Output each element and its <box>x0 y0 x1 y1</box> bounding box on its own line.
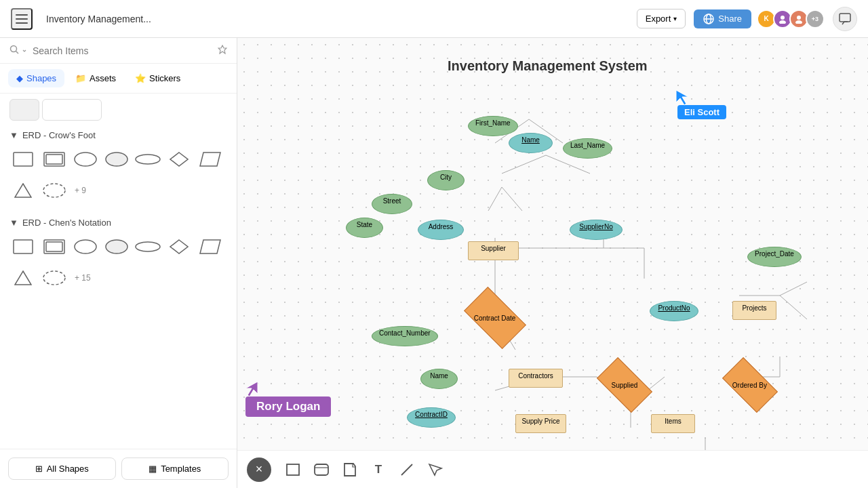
all-shapes-label: All Shapes <box>47 464 89 474</box>
node-city[interactable]: City <box>427 170 465 190</box>
export-button[interactable]: Export ▾ <box>637 9 686 28</box>
tab-shapes-label: Shapes <box>26 73 56 83</box>
menu-button[interactable] <box>11 8 33 30</box>
node-lastname[interactable]: Last_Name <box>563 138 612 159</box>
search-input[interactable] <box>33 45 212 56</box>
node-state[interactable]: State <box>346 218 383 238</box>
topbar: Inventory Management... Export ▾ Share K… <box>0 0 868 38</box>
sidebar: ◆ Shapes 📁 Assets ⭐ Stickers ▼ ERD - Cro… <box>0 38 237 488</box>
shape-dashed-ellipse[interactable] <box>41 177 68 204</box>
shape-ellipse-2[interactable] <box>103 146 130 173</box>
node-projects[interactable]: Projects <box>732 301 776 320</box>
shape-chen-triangle[interactable] <box>9 264 37 291</box>
globe-icon <box>703 14 714 24</box>
svg-rect-13 <box>14 152 33 166</box>
shape-diamond-1[interactable] <box>165 146 193 173</box>
node-supplierno[interactable]: SupplierNo <box>570 220 623 240</box>
export-label: Export <box>646 14 671 24</box>
tool-text[interactable]: T <box>366 458 391 482</box>
shape-chen-ellipse[interactable] <box>72 233 99 260</box>
node-projectdate[interactable]: Project_Date <box>747 247 802 267</box>
pin-icon[interactable] <box>218 45 227 56</box>
shape-chen-diamond[interactable] <box>165 233 193 260</box>
node-contactnumber[interactable]: Contact_Number <box>372 326 438 346</box>
svg-point-24 <box>106 240 127 253</box>
node-contractdate[interactable]: Contract Date <box>468 301 522 335</box>
svg-point-7 <box>779 20 786 24</box>
shape-triangle[interactable] <box>9 177 37 204</box>
close-button[interactable]: × <box>247 458 271 482</box>
view-toggle-1[interactable] <box>9 99 39 121</box>
node-supplied[interactable]: Supplied <box>600 370 649 400</box>
svg-line-12 <box>16 52 19 54</box>
svg-point-19 <box>43 184 65 197</box>
node-items[interactable]: Items <box>651 414 695 433</box>
crowfoot-more[interactable]: + 9 <box>72 183 89 198</box>
shape-chen-rect[interactable] <box>9 233 37 260</box>
comment-button[interactable] <box>833 7 857 31</box>
shape-rect-1[interactable] <box>9 146 37 173</box>
avatar-count[interactable]: +3 <box>806 9 825 28</box>
erd-chen-label: ERD - Chen's Notation <box>22 218 111 228</box>
comment-icon <box>839 13 851 25</box>
svg-line-29 <box>502 155 546 174</box>
shape-chen-filled[interactable] <box>103 233 130 260</box>
tab-stickers[interactable]: ⭐ Stickers <box>127 69 189 87</box>
chevron-down-icon: ▾ <box>673 15 677 22</box>
node-productno[interactable]: ProductNo <box>650 301 698 321</box>
tool-note[interactable] <box>338 458 362 482</box>
svg-line-32 <box>502 187 522 211</box>
all-shapes-icon: ⊞ <box>35 464 43 474</box>
shape-chen-para[interactable] <box>197 233 224 260</box>
view-toggle-2[interactable] <box>42 99 102 121</box>
search-arrow-icon <box>22 48 27 54</box>
node-street[interactable]: Street <box>372 194 412 214</box>
svg-rect-0 <box>16 14 28 16</box>
templates-icon: ▦ <box>149 464 157 474</box>
canvas-toolbar: × T <box>237 450 868 488</box>
erd-chen-header[interactable]: ▼ ERD - Chen's Notation <box>9 218 227 228</box>
tool-line[interactable] <box>395 458 419 482</box>
tab-row: ◆ Shapes 📁 Assets ⭐ Stickers <box>0 64 237 94</box>
tool-rect[interactable] <box>281 458 305 482</box>
doc-title[interactable]: Inventory Management... <box>41 11 157 27</box>
node-contractid[interactable]: ContractID <box>407 407 456 428</box>
tab-shapes[interactable]: ◆ Shapes <box>8 69 64 87</box>
node-orderedby[interactable]: Ordered By <box>726 370 774 400</box>
shape-rect-2[interactable] <box>41 146 68 173</box>
all-shapes-button[interactable]: ⊞ All Shapes <box>8 458 116 480</box>
tool-rounded-rect[interactable] <box>309 458 334 482</box>
shape-chen-dashed[interactable] <box>41 264 68 291</box>
erd-crowfoot-header[interactable]: ▼ ERD - Crow's Foot <box>9 130 227 140</box>
shape-ellipse-wide[interactable] <box>134 146 161 173</box>
erd-crowfoot-shapes: + 9 <box>9 146 227 204</box>
shape-chen-double-rect[interactable] <box>41 233 68 260</box>
templates-label: Templates <box>161 464 201 474</box>
svg-point-23 <box>75 240 96 253</box>
shape-chen-wide-ellipse[interactable] <box>134 233 161 260</box>
svg-rect-54 <box>315 464 328 475</box>
node-firstname[interactable]: First_Name <box>468 116 518 136</box>
node-supplier[interactable]: Supplier <box>468 241 519 260</box>
tab-assets[interactable]: 📁 Assets <box>67 69 124 87</box>
search-bar <box>0 38 237 64</box>
sidebar-bottom: ⊞ All Shapes ▦ Templates <box>0 449 237 488</box>
shape-ellipse-1[interactable] <box>72 146 99 173</box>
node-address[interactable]: Address <box>418 220 464 240</box>
node-contractor-name[interactable]: Name <box>420 369 458 389</box>
chen-more[interactable]: + 15 <box>72 270 94 285</box>
svg-rect-15 <box>46 155 62 164</box>
diagram-title: Inventory Management System <box>448 58 648 74</box>
shape-parallelogram[interactable] <box>197 146 224 173</box>
templates-button[interactable]: ▦ Templates <box>121 458 229 480</box>
share-button[interactable]: Share <box>694 9 751 28</box>
canvas-area[interactable]: Inventory Management System <box>237 38 868 488</box>
svg-rect-2 <box>16 22 28 24</box>
erd-chen-shapes: + 15 <box>9 233 227 291</box>
tab-stickers-label: Stickers <box>149 73 180 83</box>
tool-pointer[interactable] <box>423 458 448 482</box>
svg-point-6 <box>781 16 785 20</box>
node-supplyprice[interactable]: Supply Price <box>515 414 566 433</box>
node-contractors[interactable]: Contractors <box>509 369 563 388</box>
shapes-icon: ◆ <box>16 73 23 83</box>
